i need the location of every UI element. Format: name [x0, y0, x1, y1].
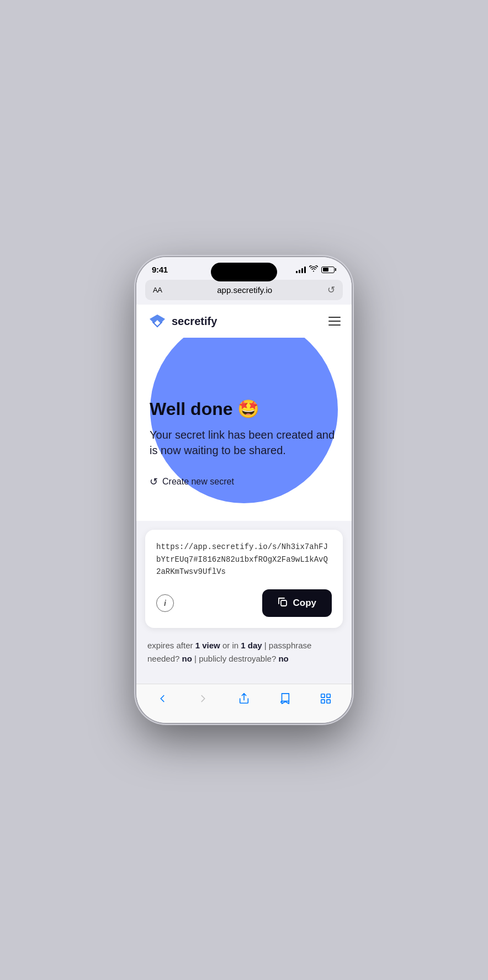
- meta-info: expires after 1 view or in 1 day | passp…: [136, 628, 352, 677]
- share-button[interactable]: [232, 690, 256, 707]
- svg-rect-2: [321, 694, 325, 697]
- create-new-secret-button[interactable]: ↺ Create new secret: [150, 476, 234, 488]
- phone-frame: 9:41: [136, 257, 352, 723]
- info-icon: i: [164, 599, 166, 608]
- battery-icon: [321, 267, 336, 273]
- info-button[interactable]: i: [156, 594, 174, 612]
- status-bar: 9:41: [136, 257, 352, 276]
- nav-bar: secretify: [136, 305, 352, 338]
- back-button[interactable]: [150, 690, 174, 707]
- hero-title: Well done 🤩: [150, 398, 338, 419]
- signal-bars-icon: [296, 267, 306, 273]
- reload-icon[interactable]: ↺: [327, 284, 335, 296]
- hero-text: Well done 🤩 Your secret link has been cr…: [136, 338, 352, 488]
- svg-rect-5: [327, 700, 330, 703]
- bookmarks-button[interactable]: [273, 690, 297, 707]
- meta-pipe2: | publicly destroyable?: [192, 654, 278, 663]
- copy-label: Copy: [293, 598, 317, 609]
- link-card: https://app.secretify.io/s/Nh3ix7ahFJbYt…: [145, 530, 343, 627]
- nav-logo: secretify: [147, 311, 217, 331]
- copy-button[interactable]: Copy: [262, 589, 332, 617]
- create-new-label: Create new secret: [162, 477, 234, 487]
- main-content: secretify Well done 🤩 Your secret link h…: [136, 305, 352, 684]
- logo-icon: [147, 311, 167, 331]
- refresh-icon: ↺: [150, 476, 158, 488]
- svg-rect-4: [321, 700, 325, 703]
- url-bar[interactable]: AA app.secretify.io ↺: [145, 280, 343, 300]
- meta-passphrase: no: [182, 654, 192, 663]
- svg-rect-0: [281, 600, 287, 606]
- logo-text: secretify: [172, 315, 217, 328]
- secret-url: https://app.secretify.io/s/Nh3ix7ahFJbYt…: [156, 541, 332, 578]
- copy-icon: [278, 597, 288, 609]
- wifi-icon: [309, 265, 318, 274]
- meta-expires-prefix: expires after: [147, 641, 195, 650]
- card-footer: i Copy: [156, 589, 332, 617]
- tabs-button[interactable]: [314, 690, 338, 707]
- svg-rect-3: [327, 694, 330, 697]
- safari-bottom-bar: [136, 684, 352, 723]
- meta-destroyable: no: [278, 654, 288, 663]
- meta-views: 1 view: [195, 641, 220, 650]
- url-bar-url: app.secretify.io: [217, 285, 272, 295]
- url-bar-aa: AA: [153, 286, 162, 294]
- status-icons: [296, 265, 336, 274]
- status-time: 9:41: [152, 265, 168, 274]
- hamburger-menu[interactable]: [328, 317, 341, 326]
- hero-section: Well done 🤩 Your secret link has been cr…: [136, 338, 352, 521]
- hero-subtitle: Your secret link has been created and is…: [150, 427, 338, 458]
- forward-button[interactable]: [191, 690, 215, 707]
- dynamic-island: [211, 263, 277, 281]
- meta-or: or in: [220, 641, 241, 650]
- screen: 9:41: [136, 257, 352, 723]
- meta-days: 1 day: [241, 641, 262, 650]
